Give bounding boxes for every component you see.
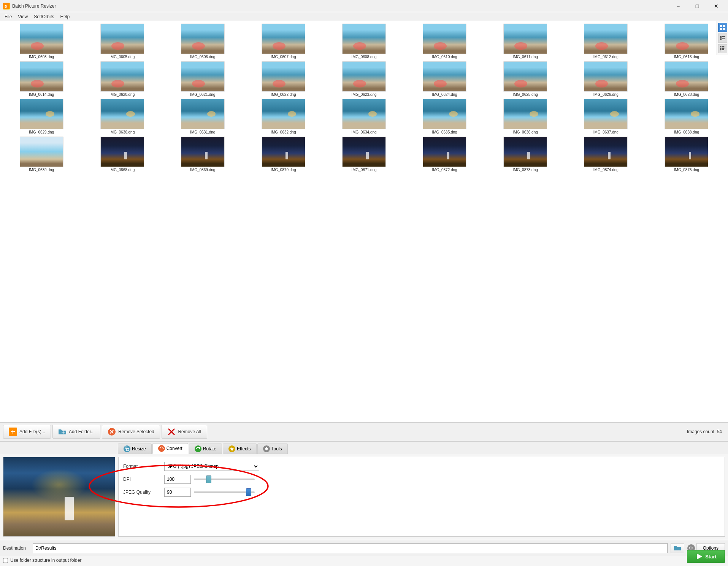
image-thumbnail [100,61,144,92]
menu-view[interactable]: View [15,13,31,20]
format-select[interactable]: JPG (*.jpg) JPEG Bitmap PNG (*.png) Port… [164,462,259,471]
image-cell[interactable]: IMG_0622.dng [243,60,323,97]
format-label: Format [123,464,161,469]
image-cell[interactable]: IMG_0868.dng [82,136,162,173]
image-thumbnail [665,99,708,129]
image-thumbnail [584,24,628,54]
remove-all-button[interactable]: Remove All [162,425,207,439]
image-cell[interactable]: IMG_0630.dng [82,98,162,135]
folder-structure-label[interactable]: Use folder structure in output folder [10,558,81,563]
minimize-button[interactable]: − [669,0,687,12]
image-cell[interactable]: IMG_0611.dng [485,23,565,60]
image-cell[interactable]: IMG_0638.dng [647,98,726,135]
image-cell[interactable]: IMG_0635.dng [405,98,485,135]
image-cell[interactable]: IMG_0605.dng [82,23,162,60]
svg-rect-3 [723,25,725,27]
svg-rect-17 [725,48,725,49]
dpi-input[interactable] [164,475,191,484]
image-cell[interactable]: IMG_0870.dng [243,136,323,173]
tab-convert[interactable]: Convert [152,443,188,454]
image-cell[interactable]: IMG_0607.dng [243,23,323,60]
image-thumbnail [665,137,708,167]
svg-rect-16 [723,48,724,49]
menu-help[interactable]: Help [57,13,73,20]
image-label: IMG_0634.dng [351,130,376,134]
image-cell[interactable]: IMG_0631.dng [163,98,243,135]
tab-effects[interactable]: Effects [223,444,256,454]
jpeg-quality-slider-filled [194,491,249,493]
jpeg-quality-slider-thumb[interactable] [246,488,251,496]
image-cell[interactable]: IMG_0623.dng [324,60,404,97]
svg-rect-15 [722,48,723,49]
image-thumbnail [342,137,386,167]
image-cell[interactable]: IMG_0632.dng [243,98,323,135]
image-cell[interactable]: IMG_0637.dng [566,98,646,135]
tab-resize[interactable]: Resize [118,444,152,454]
image-cell[interactable]: IMG_0620.dng [82,60,162,97]
jpeg-quality-input[interactable] [164,488,191,497]
images-count: Images count: 54 [687,429,725,434]
image-cell[interactable]: IMG_0621.dng [163,60,243,97]
image-cell[interactable]: IMG_0610.dng [405,23,485,60]
image-cell[interactable]: IMG_0603.dng [2,23,81,60]
image-cell[interactable]: IMG_0629.dng [2,98,81,135]
image-thumbnail [342,24,386,54]
svg-rect-19 [722,49,723,50]
image-cell[interactable]: IMG_0625.dng [485,60,565,97]
svg-rect-12 [723,46,724,47]
image-cell[interactable]: IMG_0871.dng [324,136,404,173]
add-files-button[interactable]: Add File(s)... [3,425,51,439]
image-cell[interactable]: IMG_0626.dng [566,60,646,97]
image-cell[interactable]: IMG_0612.dng [566,23,646,60]
image-label: IMG_0874.dng [593,168,619,172]
close-button[interactable]: ✕ [707,0,725,12]
remove-selected-button[interactable]: Remove Selected [102,425,160,439]
image-label: IMG_0639.dng [29,168,54,172]
remove-all-label: Remove All [178,429,201,434]
image-cell[interactable]: IMG_0872.dng [405,136,485,173]
remove-selected-icon [108,428,116,436]
toolbar: Add File(s)... Add Folder... Remove Sele… [0,423,728,441]
image-cell[interactable]: IMG_0614.dng [2,60,81,97]
destination-input[interactable] [33,543,668,553]
image-cell[interactable]: IMG_0873.dng [485,136,565,173]
image-thumbnail [503,99,547,129]
title-bar-text: Batch Picture Resizer [12,3,669,9]
image-cell[interactable]: IMG_0624.dng [405,60,485,97]
image-label: IMG_0636.dng [513,130,538,134]
image-label: IMG_0611.dng [513,55,538,59]
tab-rotate[interactable]: Rotate [189,444,222,454]
svg-rect-18 [720,49,721,50]
side-panel [717,21,728,55]
tab-effects-label: Effects [237,446,251,452]
image-thumbnail [423,61,466,92]
dpi-slider-thumb[interactable] [206,475,211,483]
image-grid-area[interactable]: IMG_0603.dng IMG_0605.dng IMG_0606.dng I… [0,21,728,423]
image-cell[interactable]: IMG_0875.dng [647,136,726,173]
add-folder-button[interactable]: Add Folder... [52,425,100,439]
image-cell[interactable]: IMG_0608.dng [324,23,404,60]
image-cell[interactable]: IMG_0869.dng [163,136,243,173]
start-button[interactable]: Start [687,550,725,563]
image-thumbnail [262,99,305,129]
image-label: IMG_0607.dng [271,55,296,59]
image-cell[interactable]: IMG_0634.dng [324,98,404,135]
list-view-icon[interactable] [718,33,727,43]
small-thumbnails-icon[interactable] [718,44,727,53]
svg-rect-4 [720,28,722,30]
tab-tools[interactable]: Tools [257,444,288,454]
large-thumbnails-icon[interactable] [718,23,727,32]
image-cell[interactable]: IMG_0636.dng [485,98,565,135]
add-file-icon [9,428,17,436]
folder-structure-checkbox[interactable] [3,558,8,563]
maximize-button[interactable]: □ [688,0,706,12]
menu-softorbits[interactable]: SoftOrbits [31,13,57,20]
image-cell[interactable]: IMG_0606.dng [163,23,243,60]
destination-browse-button[interactable] [671,543,684,553]
image-cell[interactable]: IMG_0639.dng [2,136,81,173]
image-cell[interactable]: IMG_0613.dng [647,23,726,60]
menu-file[interactable]: File [2,13,15,20]
effects-tab-icon [228,445,235,452]
image-cell[interactable]: IMG_0874.dng [566,136,646,173]
image-cell[interactable]: IMG_0628.dng [647,60,726,97]
